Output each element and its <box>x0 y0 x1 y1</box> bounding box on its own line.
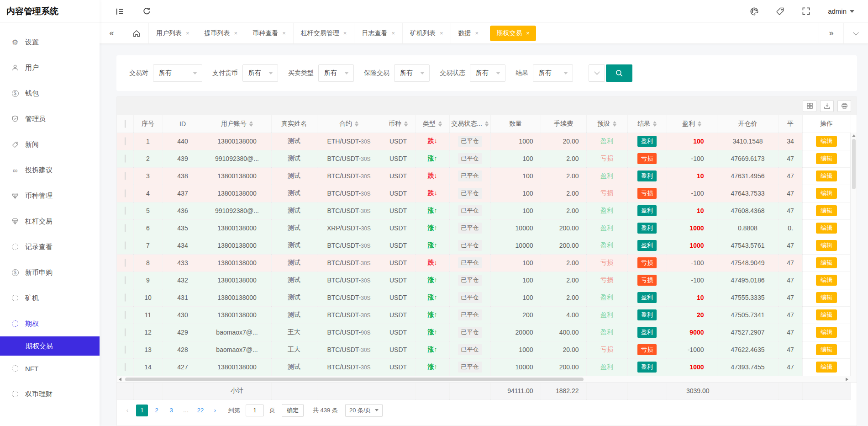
row-checkbox[interactable] <box>125 241 126 250</box>
prev-page-button[interactable]: ‹ <box>121 405 133 416</box>
row-checkbox[interactable] <box>125 137 126 145</box>
scroll-left-arrow-icon[interactable] <box>119 378 121 381</box>
edit-button[interactable]: 编辑 <box>816 292 837 303</box>
tab-item-2[interactable]: 提币列表× <box>197 23 246 43</box>
collapse-sidebar-icon[interactable] <box>115 7 124 16</box>
edit-button[interactable]: 编辑 <box>816 153 837 164</box>
page-button-2[interactable]: 2 <box>151 405 163 416</box>
sidebar-subitem-期权交易[interactable]: 期权交易 <box>0 336 100 356</box>
sidebar-item-8[interactable]: 杠杆交易 <box>0 208 100 234</box>
edit-button[interactable]: 编辑 <box>816 275 837 286</box>
scroll-right-arrow-icon[interactable] <box>846 378 848 381</box>
vertical-scroll-thumb[interactable] <box>852 139 856 189</box>
sidebar-item-13[interactable]: NFT <box>0 356 100 381</box>
close-tab-icon[interactable]: × <box>440 30 443 37</box>
page-button-22[interactable]: 22 <box>195 405 206 416</box>
close-tab-icon[interactable]: × <box>282 30 286 37</box>
tab-item-4[interactable]: 杠杆交易管理× <box>294 23 355 43</box>
fullscreen-icon[interactable] <box>802 7 811 16</box>
sort-icon[interactable] <box>438 121 442 127</box>
tabs-scroll-right[interactable]: » <box>819 23 843 43</box>
goto-page-input[interactable] <box>246 405 264 416</box>
row-checkbox[interactable] <box>125 363 126 371</box>
refresh-icon[interactable] <box>142 7 152 16</box>
user-menu[interactable]: admin <box>828 7 854 15</box>
sidebar-item-9[interactable]: 记录查看 <box>0 234 100 260</box>
filter-select-6[interactable]: 所有 <box>533 64 573 82</box>
tab-item-7[interactable]: 数据× <box>451 23 487 43</box>
sidebar-item-7[interactable]: 币种管理 <box>0 183 100 208</box>
edit-button[interactable]: 编辑 <box>816 344 837 355</box>
tag-icon[interactable] <box>776 7 785 16</box>
row-checkbox[interactable] <box>125 207 126 215</box>
filter-select-3[interactable]: 所有 <box>318 64 354 82</box>
edit-button[interactable]: 编辑 <box>816 240 837 251</box>
sidebar-item-4[interactable]: 管理员 <box>0 106 100 132</box>
edit-button[interactable]: 编辑 <box>816 327 837 338</box>
row-checkbox[interactable] <box>125 276 126 284</box>
select-all-checkbox[interactable] <box>125 120 126 128</box>
sidebar-item-12[interactable]: 期权 <box>0 311 100 336</box>
row-checkbox[interactable] <box>125 328 126 336</box>
row-checkbox[interactable] <box>125 293 126 302</box>
sort-icon[interactable] <box>404 121 408 127</box>
tab-item-1[interactable]: 用户列表× <box>149 23 197 43</box>
tab-item-5[interactable]: 日志查看× <box>354 23 403 43</box>
edit-button[interactable]: 编辑 <box>816 223 837 234</box>
sidebar-item-3[interactable]: $钱包 <box>0 80 100 106</box>
edit-button[interactable]: 编辑 <box>816 205 837 216</box>
filter-select-2[interactable]: 所有 <box>242 64 278 82</box>
close-tab-icon[interactable]: × <box>234 30 238 37</box>
sidebar-item-6[interactable]: ∞投拆建议 <box>0 157 100 183</box>
row-checkbox[interactable] <box>125 189 126 197</box>
print-icon[interactable] <box>837 100 851 112</box>
sort-icon[interactable] <box>355 121 358 127</box>
close-tab-icon[interactable]: × <box>186 30 189 37</box>
page-button-3[interactable]: 3 <box>165 405 177 416</box>
expand-filters-button[interactable] <box>589 64 605 82</box>
tab-item-3[interactable]: 币种查看× <box>245 23 294 43</box>
page-button-1[interactable]: 1 <box>136 405 148 416</box>
tab-item-active[interactable]: 期权交易× <box>490 26 536 41</box>
close-tab-icon[interactable]: × <box>391 30 395 37</box>
row-checkbox[interactable] <box>125 224 126 232</box>
edit-button[interactable]: 编辑 <box>816 188 837 199</box>
tab-item-6[interactable]: 矿机列表× <box>403 23 451 43</box>
sidebar-item-11[interactable]: 矿机 <box>0 285 100 311</box>
sort-icon[interactable] <box>698 121 701 127</box>
next-page-button[interactable]: › <box>209 405 221 416</box>
theme-palette-icon[interactable] <box>750 7 759 16</box>
edit-button[interactable]: 编辑 <box>816 170 837 181</box>
edit-button[interactable]: 编辑 <box>816 362 837 373</box>
sidebar-item-14[interactable]: 双币理财 <box>0 381 100 407</box>
filter-select-1[interactable]: 所有 <box>153 64 202 82</box>
horizontal-scroll-thumb[interactable] <box>125 378 584 381</box>
sort-icon[interactable] <box>653 121 657 127</box>
edit-button[interactable]: 编辑 <box>816 257 837 268</box>
row-checkbox[interactable] <box>125 259 126 267</box>
close-tab-icon[interactable]: × <box>526 30 530 37</box>
tabs-scroll-left[interactable]: « <box>100 23 124 43</box>
per-page-select[interactable]: 20 条/页 <box>345 404 383 417</box>
tabs-menu-icon[interactable] <box>843 23 868 43</box>
row-checkbox[interactable] <box>125 154 126 163</box>
scroll-up-arrow-icon[interactable] <box>852 134 856 137</box>
row-checkbox[interactable] <box>125 346 126 354</box>
sort-icon[interactable] <box>249 121 253 127</box>
search-button[interactable] <box>606 64 632 82</box>
confirm-page-button[interactable]: 确定 <box>282 404 304 417</box>
sort-icon[interactable] <box>613 121 616 127</box>
filter-select-5[interactable]: 所有 <box>470 64 505 82</box>
edit-button[interactable]: 编辑 <box>816 136 837 147</box>
sidebar-item-10[interactable]: $新币申购 <box>0 260 100 285</box>
row-checkbox[interactable] <box>125 172 126 180</box>
columns-grid-icon[interactable] <box>803 100 816 112</box>
filter-select-4[interactable]: 所有 <box>394 64 430 82</box>
home-tab-icon[interactable] <box>124 23 149 43</box>
sidebar-item-1[interactable]: ⚙设置 <box>0 29 100 55</box>
sort-icon[interactable] <box>485 121 489 127</box>
close-tab-icon[interactable]: × <box>475 30 479 37</box>
close-tab-icon[interactable]: × <box>343 30 347 37</box>
edit-button[interactable]: 编辑 <box>816 309 837 320</box>
sidebar-item-5[interactable]: 新闻 <box>0 132 100 157</box>
